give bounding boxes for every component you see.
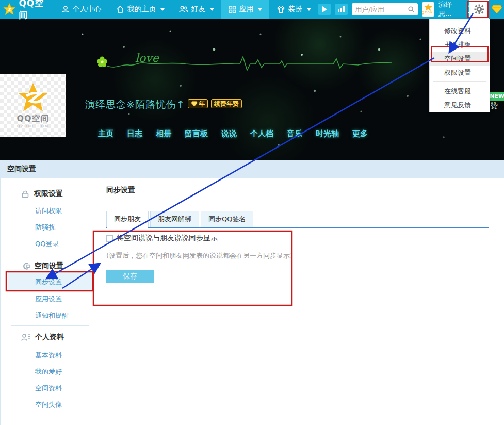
sidebar-section-title: 个人资料 (35, 333, 64, 342)
banner-nickname: 演绎思念※陌路忧伤↑ (85, 98, 185, 111)
sidebar-item-anti-harassment[interactable]: 防骚扰 (35, 223, 55, 232)
chevron-down-icon (160, 8, 165, 11)
sync-tabs: 同步朋友 朋友网解绑 同步QQ签名 (106, 211, 489, 228)
tab-sync-qq-signature[interactable]: 同步QQ签名 (201, 211, 253, 227)
nav-item-my-homepage[interactable]: 我的主页 (109, 0, 172, 19)
gear-dropdown-menu: 修改资料 主页排版 空间设置 权限设置 在线客服 意见反馈 (429, 19, 490, 112)
profile-icon (21, 333, 30, 341)
navbar-username[interactable]: 演绎思... (438, 0, 463, 19)
sidebar-section-title: 空间设置 (35, 261, 63, 271)
sidebar-item-sync-settings[interactable]: 同步设置 (35, 277, 62, 287)
sidebar-section-space-settings: 空间设置 (21, 261, 63, 271)
vip-year-badge[interactable]: 年 (188, 99, 208, 108)
banner-nav-home[interactable]: 主页 (98, 129, 113, 139)
nav-item-label: 好友 (191, 5, 206, 14)
play-icon (322, 6, 327, 12)
qzone-brand[interactable]: z QQ空间 (0, 0, 54, 21)
menu-divider (433, 81, 486, 82)
banner-nav-blog[interactable]: 日志 (127, 129, 142, 139)
vip-year-label: 年 (199, 100, 205, 108)
sidebar-item-my-hobbies[interactable]: 我的爱好 (35, 367, 62, 377)
nav-item-apps[interactable]: 应用 (221, 0, 269, 19)
sidebar-divider (11, 254, 89, 254)
diamond-icon (191, 101, 198, 107)
sidebar-item-app-settings[interactable]: 应用设置 (35, 295, 62, 304)
sidebar-section-personal-info: 个人资料 (21, 333, 64, 342)
brand-title: QQ空间 (19, 0, 48, 21)
page-title: 空间设置 (7, 165, 36, 174)
menu-item-permission-settings[interactable]: 权限设置 (430, 66, 490, 79)
settings-sidebar: 权限设置 访问权限 防骚扰 QQ登录 空间设置 同步设置 应用设置 通知和提醒 … (1, 178, 101, 425)
like-label[interactable]: 赞 (490, 101, 498, 111)
settings-content: 权限设置 访问权限 防骚扰 QQ登录 空间设置 同步设置 应用设置 通知和提醒 … (0, 178, 504, 425)
music-chart-button[interactable] (335, 4, 348, 15)
banner-nav-more[interactable]: 更多 (352, 129, 368, 139)
flower-icon (97, 57, 107, 68)
sync-display-checkbox[interactable] (106, 235, 113, 242)
save-button[interactable]: 保存 (106, 270, 154, 283)
play-button[interactable] (318, 4, 331, 15)
wrench-icon (21, 262, 30, 270)
qzone-logo-title: QQ空间 (17, 113, 49, 124)
home-icon (116, 5, 124, 13)
sidebar-item-notifications[interactable]: 通知和提醒 (35, 311, 69, 320)
nav-item-friends[interactable]: 好友 (172, 0, 221, 19)
sync-display-checkbox-label: 将空间说说与朋友说说同步显示 (117, 234, 218, 243)
menu-item-feedback[interactable]: 意见反馈 (430, 98, 490, 112)
settings-page-header: 空间设置 (0, 160, 504, 178)
chevron-down-icon (210, 8, 214, 11)
nav-item-label: 装扮 (288, 5, 303, 14)
nav-item-label: 个人中心 (73, 5, 102, 14)
apps-grid-icon (229, 6, 236, 13)
menu-item-edit-profile[interactable]: 修改资料 (430, 24, 490, 38)
chevron-down-icon (258, 8, 262, 11)
banner-nav-profile-file[interactable]: 个人档 (250, 129, 273, 139)
nav-item-personal-center[interactable]: 个人中心 (54, 0, 109, 19)
sync-note: (设置后，您在空间和朋友网发表的说说都会在另一方同步显示) (106, 251, 292, 260)
search-icon[interactable] (408, 5, 415, 13)
banner-decoration: love (0, 19, 504, 160)
sidebar-item-basic-info[interactable]: 基本资料 (35, 351, 62, 360)
qzone-star-badge-icon[interactable]: Q Z O N E (422, 2, 434, 17)
banner-nav-timeline[interactable]: 时光轴 (316, 129, 339, 139)
qzone-logo-subtitle: QZONE.COM (17, 124, 49, 128)
sidebar-item-qq-login[interactable]: QQ登录 (35, 239, 59, 249)
sidebar-item-access-rights[interactable]: 访问权限 (35, 206, 62, 216)
gear-icon (474, 4, 484, 14)
sidebar-item-space-avatar[interactable]: 空间头像 (35, 400, 62, 410)
tab-pengyou-unbind[interactable]: 朋友网解绑 (150, 211, 199, 227)
nav-item-label: 应用 (239, 5, 254, 14)
search-box[interactable] (352, 3, 418, 15)
user-icon (61, 5, 70, 13)
bar-chart-icon (338, 6, 345, 12)
friends-icon (179, 5, 188, 13)
top-navbar: z QQ空间 个人中心 我的主页 好友 (0, 0, 504, 19)
qzone-logo-card: QQ空间 QZONE.COM (0, 74, 66, 137)
sidebar-section-permissions: 权限设置 (21, 189, 63, 199)
menu-item-homepage-layout[interactable]: 主页排版 (430, 38, 490, 52)
menu-item-space-settings[interactable]: 空间设置 (430, 52, 490, 66)
panel-title: 同步设置 (106, 186, 135, 195)
sidebar-item-space-info[interactable]: 空间资料 (35, 384, 62, 393)
banner-nav-albums[interactable]: 相册 (156, 129, 171, 139)
banner-nav: 主页 日志 相册 留言板 说说 个人档 音乐 时光轴 更多 (98, 129, 368, 139)
gem-icon[interactable] (491, 5, 502, 14)
banner-nav-music[interactable]: 音乐 (287, 129, 302, 139)
sidebar-divider (11, 325, 89, 326)
settings-gear-button[interactable] (469, 0, 489, 19)
nav-item-dress-up[interactable]: 装扮 (269, 0, 318, 19)
chevron-down-icon (307, 8, 311, 11)
banner-nav-shuoshuo[interactable]: 说说 (221, 129, 237, 139)
lock-icon (21, 190, 29, 198)
qzone-logo-star-icon (17, 83, 49, 112)
menu-item-online-service[interactable]: 在线客服 (430, 84, 490, 98)
renew-annual-badge[interactable]: 续费年费 (211, 99, 242, 108)
nav-item-label: 我的主页 (127, 5, 156, 14)
banner-nav-message-board[interactable]: 留言板 (185, 129, 208, 139)
search-input[interactable] (355, 6, 408, 13)
shirt-icon (277, 6, 285, 13)
svg-text:love: love (135, 52, 160, 64)
sidebar-section-title: 权限设置 (34, 189, 63, 199)
tab-sync-friends[interactable]: 同步朋友 (106, 211, 149, 227)
profile-banner: love QQ空间 QZONE.COM 演绎思念※陌路忧伤↑ 年 (0, 19, 504, 160)
